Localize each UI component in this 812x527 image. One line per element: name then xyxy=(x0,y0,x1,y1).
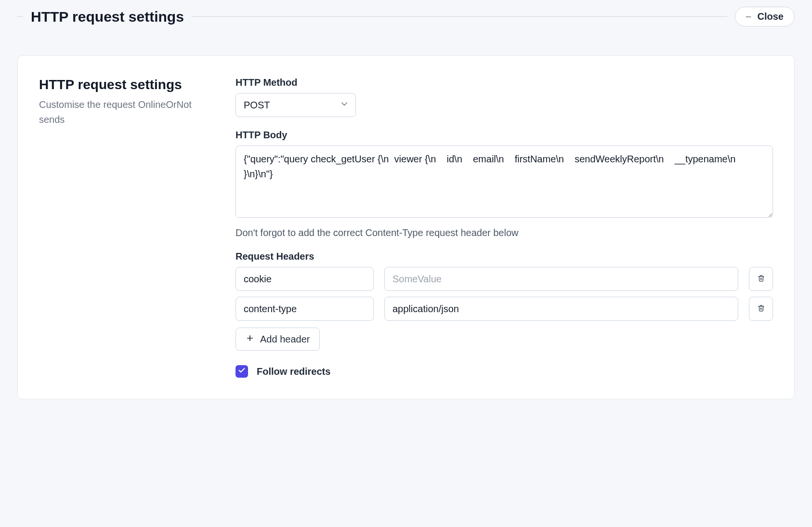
follow-redirects-checkbox[interactable] xyxy=(236,365,248,378)
follow-redirects-label: Follow redirects xyxy=(257,366,330,377)
panel-description: Customise the request OnlineOrNot sends xyxy=(39,97,212,127)
http-body-helper: Don't forgot to add the correct Content-… xyxy=(236,227,773,238)
panel-heading: HTTP request settings xyxy=(39,77,212,92)
add-header-button[interactable]: Add header xyxy=(236,328,320,351)
check-icon xyxy=(238,367,246,376)
request-headers-label: Request Headers xyxy=(236,251,773,262)
trash-icon xyxy=(758,275,765,283)
header-name-input[interactable] xyxy=(236,297,374,321)
header-row xyxy=(236,267,773,291)
header-row xyxy=(236,297,773,321)
section-divider-left xyxy=(17,16,23,17)
delete-header-button[interactable] xyxy=(749,267,773,291)
close-button-label: Close xyxy=(758,11,784,22)
header-name-input[interactable] xyxy=(236,267,374,291)
section-divider xyxy=(192,16,727,17)
plus-icon xyxy=(246,334,254,345)
delete-header-button[interactable] xyxy=(749,297,773,321)
http-method-label: HTTP Method xyxy=(236,77,773,88)
http-body-textarea[interactable] xyxy=(236,145,773,218)
trash-icon xyxy=(758,304,765,313)
section-title: HTTP request settings xyxy=(31,9,184,25)
close-button[interactable]: Close xyxy=(735,7,795,26)
add-header-label: Add header xyxy=(260,334,310,345)
settings-card: HTTP request settings Customise the requ… xyxy=(17,55,795,399)
minus-icon xyxy=(744,13,753,21)
header-value-input[interactable] xyxy=(384,267,738,291)
http-method-select[interactable]: POST xyxy=(236,93,356,117)
header-value-input[interactable] xyxy=(384,297,738,321)
http-body-label: HTTP Body xyxy=(236,130,773,141)
